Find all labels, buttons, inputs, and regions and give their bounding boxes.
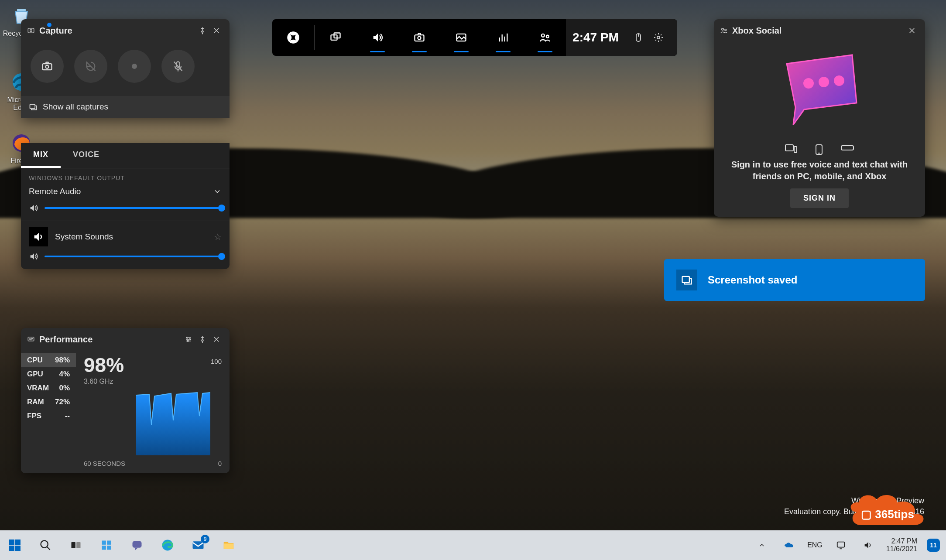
svg-point-30 [803, 78, 814, 89]
gallery-button[interactable] [440, 19, 482, 56]
metric-vram[interactable]: VRAM0% [21, 381, 76, 395]
svg-rect-52 [133, 541, 142, 548]
mail-button[interactable]: 9 [189, 536, 207, 554]
metric-fps[interactable]: FPS-- [21, 409, 76, 423]
capture-button[interactable] [398, 19, 440, 56]
xbox-social-widget: Xbox Social Sign in to use free voice an… [714, 19, 925, 217]
pin-button[interactable] [195, 24, 209, 38]
edge-button[interactable] [159, 536, 176, 554]
master-volume-slider[interactable] [45, 207, 222, 209]
tab-mix[interactable]: MIX [21, 143, 61, 168]
widgets-button[interactable] [98, 536, 115, 554]
notifications-button[interactable]: 11 [927, 539, 940, 552]
svg-rect-51 [107, 546, 111, 550]
show-all-captures[interactable]: Show all captures [21, 96, 230, 118]
svg-point-28 [722, 28, 724, 31]
show-all-captures-label: Show all captures [43, 102, 108, 112]
metric-ram[interactable]: RAM72% [21, 395, 76, 409]
volume-icon[interactable] [859, 536, 877, 554]
svg-rect-55 [224, 543, 234, 549]
svg-rect-49 [107, 541, 111, 545]
svg-rect-50 [102, 546, 106, 550]
svg-point-8 [132, 64, 137, 69]
settings-button[interactable] [653, 32, 664, 43]
language-indicator[interactable]: ENG [807, 541, 823, 549]
volume-icon [29, 203, 38, 213]
metric-cpu[interactable]: CPU98% [21, 353, 76, 367]
svg-point-4 [30, 30, 32, 32]
taskbar-clock[interactable]: 2:47 PM 11/6/2021 [886, 537, 917, 553]
record-last-button[interactable] [74, 50, 107, 83]
cast-icon[interactable] [832, 536, 850, 554]
performance-icon [27, 335, 35, 343]
tab-voice[interactable]: VOICE [61, 143, 112, 168]
mouse-icon[interactable] [633, 32, 644, 43]
svg-point-23 [542, 34, 545, 37]
svg-rect-3 [28, 28, 34, 33]
widgets-button[interactable] [315, 19, 356, 56]
social-title: Xbox Social [732, 26, 781, 36]
screenshot-saved-toast[interactable]: Screenshot saved [664, 259, 925, 301]
sign-in-button[interactable]: SIGN IN [790, 188, 849, 208]
audio-widget: MIX VOICE WINDOWS DEFAULT OUTPUT Remote … [21, 143, 230, 269]
system-sounds-slider[interactable] [45, 256, 222, 257]
teams-chat-button[interactable] [128, 536, 146, 554]
svg-rect-41 [15, 540, 21, 545]
close-button[interactable] [209, 332, 223, 346]
365tips-logo: ▢ 365tips [848, 481, 927, 529]
svg-rect-40 [9, 540, 14, 545]
close-button[interactable] [905, 24, 919, 38]
svg-point-31 [819, 77, 829, 87]
output-device-name: Remote Audio [29, 187, 81, 196]
svg-point-44 [41, 541, 48, 548]
svg-point-24 [546, 35, 549, 38]
close-button[interactable] [209, 24, 223, 38]
svg-point-14 [187, 337, 188, 338]
svg-rect-37 [841, 146, 853, 150]
svg-point-6 [46, 65, 49, 68]
volume-icon [29, 252, 38, 261]
output-device-dropdown[interactable]: Remote Audio [21, 183, 230, 200]
metric-gpu[interactable]: GPU4% [21, 367, 76, 381]
audio-section-label: WINDOWS DEFAULT OUTPUT [21, 168, 230, 183]
chevron-down-icon [213, 187, 222, 196]
axis-min: 0 [218, 460, 222, 467]
svg-rect-0 [17, 9, 26, 11]
performance-chart: 98% 3.60 GHz 100 60 SECONDS 0 [76, 351, 230, 473]
options-button[interactable] [182, 332, 195, 346]
system-sounds-label: System Sounds [55, 232, 207, 242]
task-view-button[interactable] [67, 536, 85, 554]
capture-title: Capture [39, 26, 72, 36]
tray-chevron[interactable] [753, 536, 771, 554]
gallery-icon [676, 270, 697, 290]
mic-toggle-button[interactable] [161, 50, 195, 83]
screenshot-button[interactable] [31, 50, 64, 83]
onedrive-icon[interactable] [780, 536, 798, 554]
sparkline-icon [84, 390, 210, 455]
metrics-list: CPU98% GPU4% VRAM0% RAM72% FPS-- [21, 351, 76, 473]
favorite-toggle[interactable]: ☆ [214, 232, 222, 242]
game-bar-clock: 2:47 PM [566, 19, 625, 56]
svg-point-27 [657, 36, 660, 39]
start-button[interactable] [6, 536, 24, 554]
xbox-button[interactable] [272, 19, 314, 56]
game-bar-toolbar: 2:47 PM [272, 19, 677, 56]
svg-rect-38 [682, 277, 689, 283]
new-indicator-dot [47, 23, 51, 27]
performance-button[interactable] [482, 19, 524, 56]
audio-button[interactable] [356, 19, 398, 56]
social-button[interactable] [524, 19, 566, 56]
pc-icon [785, 144, 798, 155]
capture-icon [27, 27, 35, 34]
file-explorer-button[interactable] [220, 536, 237, 554]
record-button[interactable] [118, 50, 151, 83]
svg-rect-42 [9, 546, 14, 551]
svg-line-45 [47, 547, 50, 550]
svg-point-32 [834, 75, 844, 86]
pin-button[interactable] [195, 332, 209, 346]
search-button[interactable] [37, 536, 54, 554]
axis-duration: 60 SECONDS [84, 460, 125, 467]
svg-rect-54 [193, 541, 204, 549]
toast-text: Screenshot saved [708, 274, 797, 286]
chat-illustration [714, 42, 925, 142]
